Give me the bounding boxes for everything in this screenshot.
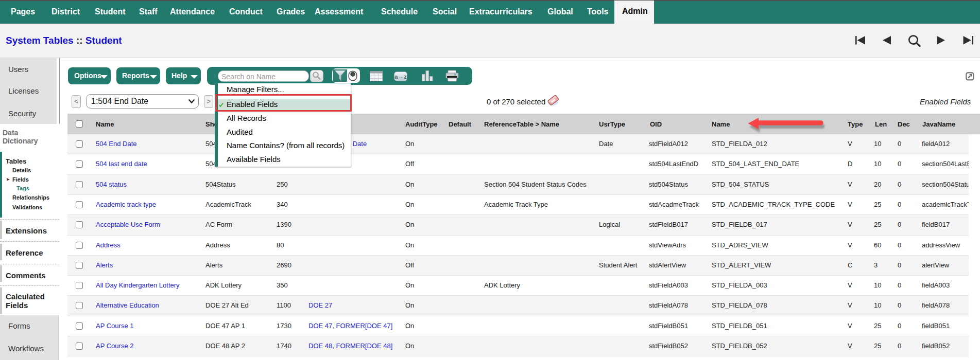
svg-text:a→z: a→z <box>394 74 407 80</box>
